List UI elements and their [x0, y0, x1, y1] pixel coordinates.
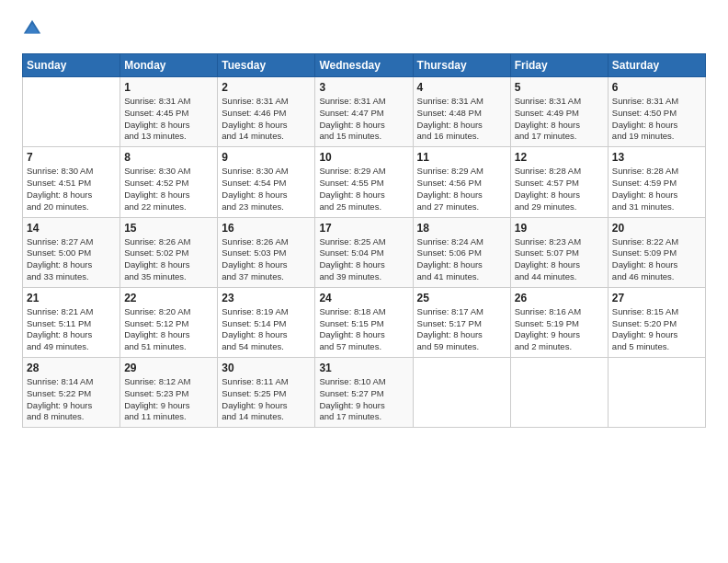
- day-number: 23: [222, 292, 311, 304]
- day-number: 3: [319, 81, 408, 94]
- day-info: Sunrise: 8:26 AM Sunset: 5:02 PM Dayligh…: [124, 236, 213, 283]
- calendar-cell: 24Sunrise: 8:18 AM Sunset: 5:15 PM Dayli…: [315, 287, 413, 357]
- calendar-cell: 12Sunrise: 8:28 AM Sunset: 4:57 PM Dayli…: [510, 147, 608, 217]
- day-info: Sunrise: 8:17 AM Sunset: 5:17 PM Dayligh…: [417, 306, 506, 353]
- page: SundayMondayTuesdayWednesdayThursdayFrid…: [0, 0, 728, 442]
- day-number: 31: [319, 362, 408, 374]
- header: [22, 18, 706, 39]
- calendar-header-row: SundayMondayTuesdayWednesdayThursdayFrid…: [23, 54, 706, 77]
- day-number: 27: [612, 292, 701, 304]
- day-info: Sunrise: 8:29 AM Sunset: 4:56 PM Dayligh…: [417, 166, 506, 213]
- day-info: Sunrise: 8:20 AM Sunset: 5:12 PM Dayligh…: [124, 306, 213, 353]
- day-info: Sunrise: 8:21 AM Sunset: 5:11 PM Dayligh…: [27, 306, 116, 353]
- day-number: 21: [27, 292, 116, 304]
- calendar-cell: 16Sunrise: 8:26 AM Sunset: 5:03 PM Dayli…: [218, 217, 315, 287]
- day-info: Sunrise: 8:27 AM Sunset: 5:00 PM Dayligh…: [27, 236, 116, 283]
- calendar-cell: 28Sunrise: 8:14 AM Sunset: 5:22 PM Dayli…: [23, 358, 120, 428]
- calendar-cell: 17Sunrise: 8:25 AM Sunset: 5:04 PM Dayli…: [315, 217, 413, 287]
- day-info: Sunrise: 8:26 AM Sunset: 5:03 PM Dayligh…: [222, 236, 311, 283]
- calendar-cell: [510, 358, 608, 428]
- calendar-table: SundayMondayTuesdayWednesdayThursdayFrid…: [22, 53, 706, 428]
- day-number: 26: [515, 292, 604, 304]
- day-info: Sunrise: 8:10 AM Sunset: 5:27 PM Dayligh…: [319, 376, 408, 423]
- header-cell-saturday: Saturday: [608, 54, 705, 77]
- day-number: 29: [124, 362, 213, 374]
- day-info: Sunrise: 8:28 AM Sunset: 4:57 PM Dayligh…: [515, 166, 604, 213]
- calendar-cell: 5Sunrise: 8:31 AM Sunset: 4:49 PM Daylig…: [510, 77, 608, 147]
- calendar-cell: 18Sunrise: 8:24 AM Sunset: 5:06 PM Dayli…: [413, 217, 510, 287]
- logo: [22, 18, 46, 39]
- calendar-cell: 30Sunrise: 8:11 AM Sunset: 5:25 PM Dayli…: [218, 358, 315, 428]
- day-number: 11: [417, 151, 506, 164]
- day-number: 25: [417, 292, 506, 304]
- calendar-week-row: 14Sunrise: 8:27 AM Sunset: 5:00 PM Dayli…: [23, 217, 706, 287]
- calendar-week-row: 7Sunrise: 8:30 AM Sunset: 4:51 PM Daylig…: [23, 147, 706, 217]
- day-info: Sunrise: 8:19 AM Sunset: 5:14 PM Dayligh…: [222, 306, 311, 353]
- calendar-cell: 11Sunrise: 8:29 AM Sunset: 4:56 PM Dayli…: [413, 147, 510, 217]
- day-info: Sunrise: 8:30 AM Sunset: 4:51 PM Dayligh…: [27, 166, 116, 213]
- day-info: Sunrise: 8:24 AM Sunset: 5:06 PM Dayligh…: [417, 236, 506, 283]
- calendar-cell: 26Sunrise: 8:16 AM Sunset: 5:19 PM Dayli…: [510, 287, 608, 357]
- header-cell-monday: Monday: [120, 54, 218, 77]
- day-info: Sunrise: 8:31 AM Sunset: 4:46 PM Dayligh…: [222, 96, 311, 143]
- day-number: 17: [319, 222, 408, 235]
- day-number: 19: [515, 222, 604, 235]
- day-number: 30: [222, 362, 311, 374]
- day-number: 28: [27, 362, 116, 374]
- day-number: 5: [515, 81, 604, 94]
- day-number: 12: [515, 151, 604, 164]
- day-number: 2: [222, 81, 311, 94]
- day-number: 13: [612, 151, 701, 164]
- day-number: 4: [417, 81, 506, 94]
- calendar-week-row: 28Sunrise: 8:14 AM Sunset: 5:22 PM Dayli…: [23, 358, 706, 428]
- day-number: 20: [612, 222, 701, 235]
- calendar-cell: 21Sunrise: 8:21 AM Sunset: 5:11 PM Dayli…: [23, 287, 120, 357]
- calendar-cell: 14Sunrise: 8:27 AM Sunset: 5:00 PM Dayli…: [23, 217, 120, 287]
- day-info: Sunrise: 8:11 AM Sunset: 5:25 PM Dayligh…: [222, 376, 311, 423]
- day-info: Sunrise: 8:14 AM Sunset: 5:22 PM Dayligh…: [27, 376, 116, 423]
- day-number: 7: [27, 151, 116, 164]
- calendar-cell: 20Sunrise: 8:22 AM Sunset: 5:09 PM Dayli…: [608, 217, 705, 287]
- header-cell-sunday: Sunday: [23, 54, 120, 77]
- day-number: 24: [319, 292, 408, 304]
- day-number: 18: [417, 222, 506, 235]
- calendar-cell: [413, 358, 510, 428]
- calendar-cell: [608, 358, 705, 428]
- day-number: 10: [319, 151, 408, 164]
- day-info: Sunrise: 8:16 AM Sunset: 5:19 PM Dayligh…: [515, 306, 604, 353]
- calendar-cell: 23Sunrise: 8:19 AM Sunset: 5:14 PM Dayli…: [218, 287, 315, 357]
- calendar-cell: 29Sunrise: 8:12 AM Sunset: 5:23 PM Dayli…: [120, 358, 218, 428]
- calendar-cell: 8Sunrise: 8:30 AM Sunset: 4:52 PM Daylig…: [120, 147, 218, 217]
- logo-icon: [22, 18, 42, 39]
- header-cell-friday: Friday: [510, 54, 608, 77]
- day-info: Sunrise: 8:31 AM Sunset: 4:45 PM Dayligh…: [124, 96, 213, 143]
- calendar-cell: [23, 77, 120, 147]
- day-info: Sunrise: 8:31 AM Sunset: 4:47 PM Dayligh…: [319, 96, 408, 143]
- day-info: Sunrise: 8:31 AM Sunset: 4:48 PM Dayligh…: [417, 96, 506, 143]
- day-number: 22: [124, 292, 213, 304]
- calendar-cell: 19Sunrise: 8:23 AM Sunset: 5:07 PM Dayli…: [510, 217, 608, 287]
- calendar-cell: 31Sunrise: 8:10 AM Sunset: 5:27 PM Dayli…: [315, 358, 413, 428]
- calendar-cell: 2Sunrise: 8:31 AM Sunset: 4:46 PM Daylig…: [218, 77, 315, 147]
- calendar-cell: 3Sunrise: 8:31 AM Sunset: 4:47 PM Daylig…: [315, 77, 413, 147]
- calendar-cell: 6Sunrise: 8:31 AM Sunset: 4:50 PM Daylig…: [608, 77, 705, 147]
- calendar-cell: 25Sunrise: 8:17 AM Sunset: 5:17 PM Dayli…: [413, 287, 510, 357]
- day-number: 14: [27, 222, 116, 235]
- day-info: Sunrise: 8:28 AM Sunset: 4:59 PM Dayligh…: [612, 166, 701, 213]
- day-info: Sunrise: 8:30 AM Sunset: 4:54 PM Dayligh…: [222, 166, 311, 213]
- day-number: 15: [124, 222, 213, 235]
- day-info: Sunrise: 8:18 AM Sunset: 5:15 PM Dayligh…: [319, 306, 408, 353]
- header-cell-wednesday: Wednesday: [315, 54, 413, 77]
- day-number: 16: [222, 222, 311, 235]
- calendar-cell: 7Sunrise: 8:30 AM Sunset: 4:51 PM Daylig…: [23, 147, 120, 217]
- day-number: 8: [124, 151, 213, 164]
- day-info: Sunrise: 8:22 AM Sunset: 5:09 PM Dayligh…: [612, 236, 701, 283]
- day-info: Sunrise: 8:25 AM Sunset: 5:04 PM Dayligh…: [319, 236, 408, 283]
- calendar-cell: 1Sunrise: 8:31 AM Sunset: 4:45 PM Daylig…: [120, 77, 218, 147]
- day-info: Sunrise: 8:31 AM Sunset: 4:50 PM Dayligh…: [612, 96, 701, 143]
- day-number: 9: [222, 151, 311, 164]
- day-number: 6: [612, 81, 701, 94]
- calendar-cell: 22Sunrise: 8:20 AM Sunset: 5:12 PM Dayli…: [120, 287, 218, 357]
- day-info: Sunrise: 8:30 AM Sunset: 4:52 PM Dayligh…: [124, 166, 213, 213]
- day-info: Sunrise: 8:15 AM Sunset: 5:20 PM Dayligh…: [612, 306, 701, 353]
